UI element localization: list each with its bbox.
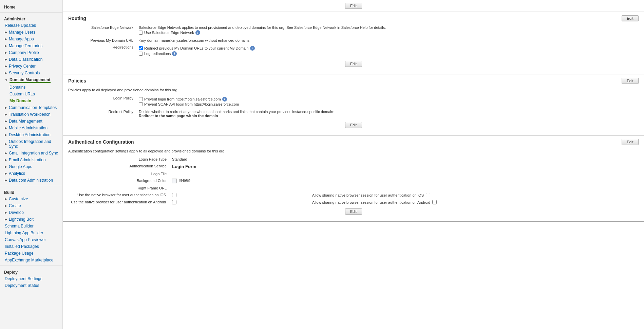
allow-sharing-android-checkbox[interactable]	[432, 200, 437, 204]
sidebar-item-label: Schema Builder	[5, 224, 34, 229]
redirect-policy-desc: Decide whether to redirect anyone who us…	[139, 110, 636, 114]
native-android-checkbox[interactable]	[172, 200, 176, 204]
sidebar-item-schema-builder[interactable]: Schema Builder	[0, 223, 62, 230]
prevent-login-checkbox[interactable]	[139, 97, 143, 101]
arrow-icon: ▶	[5, 158, 7, 162]
auth-edit-button[interactable]: Edit	[622, 139, 639, 145]
native-ios-checkbox[interactable]	[172, 193, 176, 197]
sidebar-item-appexchange-marketplace[interactable]: AppExchange Marketplace	[0, 257, 62, 263]
sidebar-item-manage-users[interactable]: ▶ Manage Users	[0, 29, 62, 36]
previous-domain-label: Previous My Domain URL	[68, 37, 136, 44]
arrow-icon: ▶	[5, 31, 7, 34]
sidebar-item-privacy-center[interactable]: ▶ Privacy Center	[0, 63, 62, 70]
redirect-info-icon[interactable]: i	[250, 46, 255, 51]
sidebar-item-manage-apps[interactable]: ▶ Manage Apps	[0, 36, 62, 42]
routing-edit-button[interactable]: Edit	[622, 15, 639, 21]
sidebar-item-translation-workbench[interactable]: ▶ Translation Workbench	[0, 111, 62, 118]
auth-right-frame-url-row: Right Frame URL	[68, 185, 639, 191]
right-frame-url-label: Right Frame URL	[68, 185, 169, 191]
auth-section: Authentication Configuration Edit Authen…	[63, 135, 644, 222]
sidebar-item-label: Communication Templates	[9, 105, 57, 110]
sidebar-sub-item-custom-urls[interactable]: Custom URLs	[0, 91, 62, 97]
policies-bottom-edit-button[interactable]: Edit	[345, 122, 362, 128]
sidebar-item-domain-management[interactable]: ▼ Domain Management	[0, 76, 62, 84]
arrow-icon: ▶	[5, 106, 7, 109]
sidebar-sub-label: Domains	[10, 85, 25, 90]
allow-sharing-ios-checkbox[interactable]	[426, 193, 430, 197]
prevent-login-info-icon[interactable]: i	[222, 97, 227, 102]
redirect-checkbox[interactable]	[139, 46, 143, 50]
policies-section: Policies Edit Policies apply to all depl…	[63, 74, 644, 135]
sidebar-item-data-classification[interactable]: ▶ Data Classification	[0, 56, 62, 63]
routing-redirections-row: Redirections Redirect previous My Domain…	[68, 44, 639, 58]
sidebar-item-develop[interactable]: ▶ Develop	[0, 209, 62, 216]
sidebar-sub-label: Custom URLs	[10, 92, 35, 96]
policies-desc: Policies apply to all deployed and provi…	[68, 87, 639, 95]
sidebar-item-label: Data.com Administration	[9, 178, 53, 183]
sidebar-item-lightning-bolt[interactable]: ▶ Lightning Bolt	[0, 216, 62, 223]
info-icon[interactable]: i	[195, 30, 200, 35]
sidebar-item-customize[interactable]: ▶ Customize	[0, 196, 62, 202]
sidebar-item-deployment-status[interactable]: Deployment Status	[0, 282, 62, 289]
prevent-soap-checkbox[interactable]	[139, 102, 143, 106]
auth-service-row: Authentication Service Login Form	[68, 163, 639, 170]
sidebar: Home Administer Release Updates ▶ Manage…	[0, 0, 63, 329]
background-color-label: Background Color	[68, 177, 169, 185]
top-edit-button[interactable]: Edit	[345, 3, 362, 9]
sidebar-home-label[interactable]: Home	[4, 5, 15, 10]
sidebar-item-deployment-settings[interactable]: Deployment Settings	[0, 275, 62, 282]
arrow-icon: ▶	[5, 142, 7, 146]
policies-edit-button[interactable]: Edit	[622, 78, 639, 84]
sidebar-item-label: Installed Packages	[5, 244, 39, 249]
native-ios-label: Use the native browser for user authenti…	[68, 191, 169, 199]
arrow-icon: ▶	[5, 211, 7, 214]
arrow-icon: ▶	[5, 133, 7, 136]
sidebar-item-label: Mobile Administration	[9, 126, 48, 130]
use-edge-checkbox[interactable]	[139, 31, 143, 35]
sidebar-deploy-section: Deploy	[0, 268, 62, 275]
log-redirect-info-icon[interactable]: i	[172, 51, 177, 56]
policies-title: Policies	[68, 78, 86, 84]
sidebar-item-google-apps[interactable]: ▶ Google Apps	[0, 163, 62, 170]
sidebar-item-communication-templates[interactable]: ▶ Communication Templates	[0, 104, 62, 111]
log-redirect-label: Log redirections	[144, 52, 171, 56]
arrow-icon: ▶	[5, 179, 7, 182]
background-color-value: #f4f6f9	[169, 177, 639, 185]
sidebar-item-datacom-administration[interactable]: ▶ Data.com Administration	[0, 177, 62, 184]
sidebar-item-label: Customize	[9, 197, 28, 201]
log-redirect-checkbox-row: Log redirections i	[139, 51, 636, 56]
auth-bottom-edit-button[interactable]: Edit	[345, 208, 362, 215]
sidebar-item-gmail-integration[interactable]: ▶ Gmail Integration and Sync	[0, 150, 62, 157]
sidebar-item-release-updates[interactable]: Release Updates	[0, 22, 62, 29]
sidebar-item-canvas-app-previewer[interactable]: Canvas App Previewer	[0, 236, 62, 243]
sidebar-item-mobile-administration[interactable]: ▶ Mobile Administration	[0, 125, 62, 131]
sidebar-item-manage-territories[interactable]: ▶ Manage Territories	[0, 42, 62, 49]
log-redirect-checkbox[interactable]	[139, 52, 143, 56]
sidebar-item-email-administration[interactable]: ▶ Email Administration	[0, 157, 62, 163]
sidebar-item-label: Create	[9, 203, 21, 208]
sidebar-sub-item-my-domain[interactable]: My Domain	[0, 97, 62, 104]
routing-section-header: Routing Edit	[68, 15, 639, 21]
arrow-icon: ▶	[5, 113, 7, 116]
arrow-icon: ▶	[5, 58, 7, 61]
sidebar-sub-item-domains[interactable]: Domains	[0, 84, 62, 91]
sidebar-item-data-management[interactable]: ▶ Data Management	[0, 118, 62, 125]
use-edge-label: Use Salesforce Edge Network	[144, 31, 194, 35]
sidebar-item-installed-packages[interactable]: Installed Packages	[0, 243, 62, 250]
arrow-icon: ▶	[5, 197, 7, 201]
edge-network-value: Salesforce Edge Network applies to most …	[136, 24, 639, 37]
routing-bottom-edit-button[interactable]: Edit	[345, 61, 362, 67]
sidebar-item-outlook-integration[interactable]: ▶ Outlook Integration and Sync	[0, 138, 62, 150]
policies-fields-table: Login Policy Prevent login from https://…	[68, 95, 639, 119]
sidebar-item-desktop-administration[interactable]: ▶ Desktop Administration	[0, 131, 62, 138]
arrow-icon: ▶	[5, 65, 7, 68]
login-policy-label: Login Policy	[68, 95, 136, 108]
sidebar-item-label: Analytics	[9, 171, 25, 176]
sidebar-item-security-controls[interactable]: ▶ Security Controls	[0, 70, 62, 76]
sidebar-item-company-profile[interactable]: ▶ Company Profile	[0, 49, 62, 56]
sidebar-item-package-usage[interactable]: Package Usage	[0, 250, 62, 257]
sidebar-item-create[interactable]: ▶ Create	[0, 202, 62, 209]
sidebar-item-label: AppExchange Marketplace	[5, 258, 53, 262]
sidebar-item-analytics[interactable]: ▶ Analytics	[0, 170, 62, 177]
sidebar-item-lightning-app-builder[interactable]: Lightning App Builder	[0, 230, 62, 236]
